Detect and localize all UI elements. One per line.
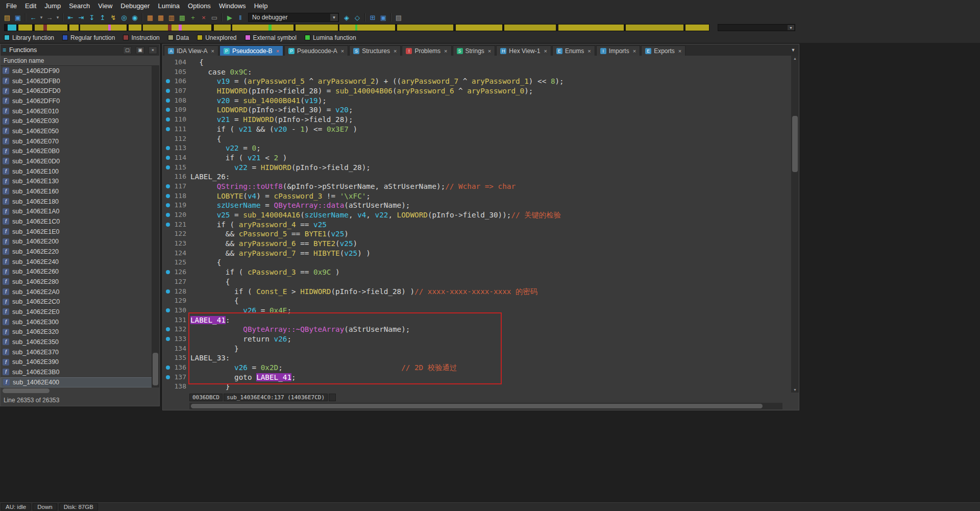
panel-maximize-icon[interactable]: ▣ [136,46,144,54]
tab-exports[interactable]: EExports× [641,45,685,56]
code-line[interactable]: 122 && cPassword_5 == BYTE1(v25) [163,229,792,239]
function-list-item[interactable]: fsub_14062E1A0 [1,206,152,216]
code-line[interactable]: 115 v22 = HIDWORD(pInfo->field_28); [163,163,792,173]
menu-lumina[interactable]: Lumina [154,1,184,11]
code-hscrollbar[interactable] [189,403,782,409]
scroll-down-icon[interactable]: ▼ [791,388,799,392]
code-line[interactable]: 133 return v26; [163,334,792,344]
function-list-vscrollbar[interactable] [152,66,159,387]
function-list-item[interactable]: fsub_14062E350 [1,337,152,347]
toolbar-debug-attach-icon[interactable]: ◈ [341,13,352,22]
toolbar-debug-options-icon[interactable]: ◇ [352,13,362,22]
menu-file[interactable]: File [2,1,21,11]
tab-close-icon[interactable]: × [678,48,681,54]
toolbar-colors-icon[interactable]: ▩ [177,13,187,22]
toolbar-segments-icon[interactable]: ▦ [145,13,155,22]
function-list-item[interactable]: fsub_14062E180 [1,197,152,207]
scrollbar-thumb[interactable] [792,116,798,172]
code-line[interactable]: 110 v21 = HIDWORD(pInfo->field_28); [163,115,792,125]
code-line[interactable]: 109 LODWORD(pInfo->field_30) = v20; [163,105,792,115]
code-line[interactable]: 129 { [163,296,792,306]
function-name-column-header[interactable]: Function name [1,56,159,66]
code-line[interactable]: 105 case 0x9C: [163,67,792,77]
function-list-item[interactable]: fsub_14062E2C0 [1,297,152,307]
chevron-down-icon[interactable]: ▼ [788,25,794,30]
tab-close-icon[interactable]: × [587,48,591,54]
tab-close-icon[interactable]: × [276,48,279,54]
tab-pseudocode-b[interactable]: PPseudocode-B× [219,45,283,56]
code-line[interactable]: 121 if ( aryPassword_4 == v25 [163,220,792,230]
code-line[interactable]: 128 if ( Const_E > HIDWORD(pInfo->field_… [163,287,792,297]
navigation-mini-bar[interactable]: ▼ [718,24,795,31]
tab-problems[interactable]: !Problems× [402,45,451,56]
tab-enums[interactable]: EEnums× [552,45,595,56]
menu-help[interactable]: Help [250,1,272,11]
tab-pseudocode-a[interactable]: PPseudocode-A× [284,45,348,56]
code-line[interactable]: 135LABEL_33: [163,353,792,363]
toolbar-nav-forward-menu-icon[interactable]: ▾ [55,13,60,22]
function-list-item[interactable]: fsub_14062E3B0 [1,367,152,377]
function-list-item[interactable]: fsub_14062E2A0 [1,287,152,297]
function-list-item[interactable]: fsub_14062DF90 [1,66,152,76]
tab-close-icon[interactable]: × [544,48,547,54]
menu-debugger[interactable]: Debugger [116,1,154,11]
tab-close-icon[interactable]: × [211,48,214,54]
toolbar-lightning-icon[interactable]: ↯ [108,13,118,22]
code-line[interactable]: 138 } [163,382,792,392]
function-list-item[interactable]: fsub_14062E240 [1,257,152,267]
toolbar-snapshot-icon[interactable]: ▭ [209,13,219,22]
code-line[interactable]: 130 v26 = 0x4E; [163,306,792,315]
code-line[interactable]: 134 } [163,344,792,354]
menu-windows[interactable]: Windows [215,1,250,11]
menu-view[interactable]: View [94,1,116,11]
tab-strings[interactable]: SStrings× [453,45,496,56]
function-list-item[interactable]: fsub_14062E390 [1,357,152,367]
tab-ida-view-a[interactable]: AIDA View-A× [164,45,218,56]
tab-close-icon[interactable]: × [341,48,344,54]
toolbar-jump-down-icon[interactable]: ↧ [87,13,97,22]
toolbar-structures-icon[interactable]: ▥ [166,13,177,22]
toolbar-windows-list-icon[interactable]: ⊞ [368,13,378,22]
scrollbar-thumb[interactable] [153,353,158,385]
tab-imports[interactable]: IImports× [596,45,640,56]
toolbar-search-again-icon[interactable]: ◉ [130,13,140,22]
function-list-item[interactable]: fsub_14062E070 [1,136,152,147]
tab-list-dropdown-icon[interactable]: ▼ [789,46,797,54]
debugger-select[interactable]: No debugger▼ [248,13,339,22]
toolbar-nav-back-icon[interactable]: ← [28,13,38,22]
toolbar-add-item-icon[interactable]: + [188,13,198,22]
function-list-item[interactable]: fsub_14062E010 [1,106,152,116]
code-line[interactable]: 114 if ( v21 < 2 ) [163,153,792,163]
function-list-item[interactable]: fsub_14062E220 [1,247,152,257]
toolbar-jump-end-icon[interactable]: ⇥ [76,13,86,22]
code-line[interactable]: 117 QString::toUtf8(&pInfo->pStrUserName… [163,182,792,191]
menu-edit[interactable]: Edit [21,1,40,11]
function-list-item[interactable]: fsub_14062DFF0 [1,96,152,106]
tab-close-icon[interactable]: × [394,48,397,54]
code-line[interactable]: 126 if ( cPassword_3 == 0x9C ) [163,267,792,277]
scrollbar-thumb[interactable] [191,404,763,408]
function-list-item[interactable]: fsub_14062E2E0 [1,307,152,317]
code-line[interactable]: 124 && aryPassword_7 == HIBYTE(v25) ) [163,249,792,258]
function-list-item[interactable]: fsub_14062E1E0 [1,227,152,237]
function-list-item[interactable]: fsub_14062E300 [1,317,152,327]
panel-restore-icon[interactable]: ▢ [123,46,132,54]
toolbar-nav-back-menu-icon[interactable]: ▾ [39,13,44,22]
code-line[interactable]: 119 szUserName = QByteArray::data(aStrUs… [163,201,792,210]
function-list-item[interactable]: fsub_14062E0D0 [1,156,152,166]
scroll-up-icon[interactable]: ▲ [791,57,799,60]
function-list-item[interactable]: fsub_14062E280 [1,277,152,287]
function-list-item[interactable]: fsub_14062E200 [1,236,152,247]
function-list-hscrollbar[interactable] [1,387,152,394]
toolbar-nav-forward-icon[interactable]: → [44,13,55,22]
scrollbar-thumb[interactable] [3,388,50,393]
function-list-item[interactable]: fsub_14062E030 [1,116,152,126]
code-line[interactable]: 104 { [163,58,792,67]
tab-structures[interactable]: SStructures× [349,45,401,56]
function-list-item[interactable]: fsub_14062DFB0 [1,76,152,86]
toolbar-jump-up-icon[interactable]: ↥ [97,13,108,22]
function-list-item[interactable]: fsub_14062E160 [1,186,152,197]
toolbar-jump-begin-icon[interactable]: ⇤ [65,13,76,22]
tab-close-icon[interactable]: × [444,48,447,54]
function-list-item[interactable]: fsub_14062E400 [1,377,152,387]
